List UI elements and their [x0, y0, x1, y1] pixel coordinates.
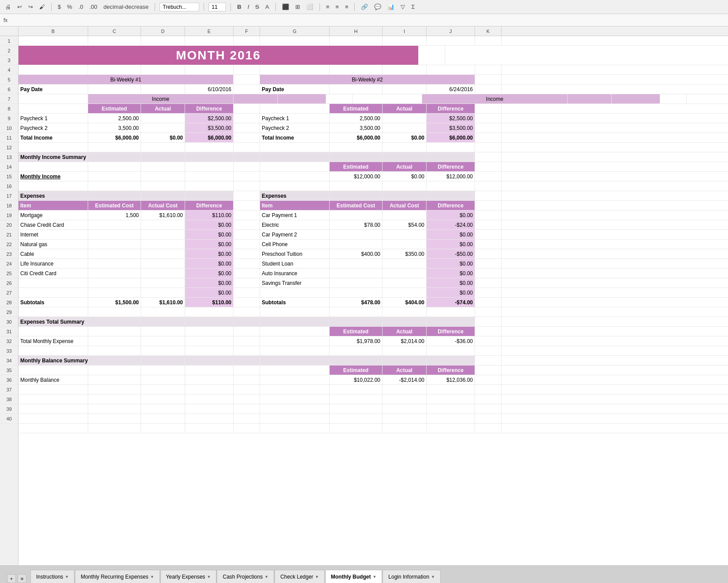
cell-e10-difference[interactable]: $6,000.00	[185, 133, 234, 142]
cell-j10-difference[interactable]: $6,000.00	[427, 133, 475, 142]
cell-j8-difference[interactable]: $2,500.00	[427, 114, 475, 123]
cell-j21-difference[interactable]: $0.00	[427, 240, 475, 249]
cell-e39[interactable]	[185, 414, 234, 423]
cell-k26[interactable]	[475, 288, 501, 297]
123-btn[interactable]: decimal-decrease	[102, 3, 151, 11]
bold-btn[interactable]: B	[235, 3, 243, 11]
cell-f24[interactable]	[234, 269, 260, 278]
cell-h10-estimated[interactable]: $6,000.00	[330, 133, 383, 142]
undo-btn[interactable]: ↩	[15, 3, 24, 11]
italic-btn[interactable]: I	[246, 3, 251, 11]
cell-c40[interactable]	[88, 424, 141, 433]
cell-k7[interactable]	[475, 104, 501, 113]
cell-d39[interactable]	[141, 414, 185, 423]
cell-b36[interactable]	[19, 385, 88, 394]
cell-g14[interactable]	[260, 172, 330, 181]
cell-k28[interactable]	[475, 307, 501, 317]
cell-g7[interactable]	[260, 104, 330, 113]
cell-j14-difference[interactable]: $12,000.00	[427, 172, 475, 181]
cell-j1[interactable]	[427, 36, 475, 45]
cell-h27-estimated[interactable]: $478.00	[330, 298, 383, 307]
cell-d8-actual[interactable]	[141, 114, 185, 123]
cell-g30[interactable]	[260, 327, 330, 336]
cell-k19[interactable]	[475, 220, 501, 229]
cell-k20[interactable]	[475, 230, 501, 239]
cell-f31[interactable]	[234, 336, 260, 346]
cell-f23[interactable]	[234, 259, 260, 268]
comment-btn[interactable]: 💬	[372, 3, 383, 11]
font-size-input[interactable]	[208, 3, 226, 11]
cell-h23-estimated[interactable]	[330, 259, 383, 268]
cell-b28[interactable]	[19, 307, 88, 317]
cell-g40[interactable]	[260, 424, 330, 433]
print-btn[interactable]: 🖨	[4, 3, 13, 11]
cell-e35[interactable]	[185, 375, 234, 384]
cell-k22[interactable]	[475, 249, 501, 258]
tab-monthly-budget[interactable]: Monthly Budget ▼	[325, 570, 383, 583]
cell-d13[interactable]	[141, 162, 185, 171]
cell-d18-actual[interactable]: $1,610.00	[141, 210, 185, 220]
cell-g15[interactable]	[260, 181, 330, 191]
cell-i40[interactable]	[383, 424, 427, 433]
cell-e24-difference[interactable]: $0.00	[185, 269, 234, 278]
cell-c18-estimated[interactable]: 1,500	[88, 210, 141, 220]
format-painter-btn[interactable]: 🖌	[37, 3, 47, 11]
borders-btn[interactable]: ⊞	[293, 3, 302, 11]
cell-f11[interactable]	[234, 143, 260, 152]
cell-k36[interactable]	[475, 385, 501, 394]
cell-d9-actual[interactable]	[141, 123, 185, 133]
cell-d34[interactable]	[141, 365, 185, 375]
align-left-btn[interactable]: ≡	[324, 3, 331, 11]
cell-i20-actual[interactable]	[383, 230, 427, 239]
cell-c37[interactable]	[88, 395, 141, 404]
cell-k35[interactable]	[475, 375, 501, 384]
cell-d19[interactable]	[141, 220, 185, 229]
cell-i35-actual[interactable]: -$2,014.00	[383, 375, 427, 384]
cell-h28[interactable]	[330, 307, 383, 317]
cell-f30[interactable]	[234, 327, 260, 336]
cell-d28[interactable]	[141, 307, 185, 317]
cell-c24[interactable]	[88, 269, 141, 278]
cell-c11[interactable]	[88, 143, 141, 152]
cell-d20[interactable]	[141, 230, 185, 239]
filter-btn[interactable]: ▽	[399, 3, 407, 11]
cell-k3[interactable]	[475, 65, 501, 74]
cell-g11[interactable]	[260, 143, 330, 152]
cell-k6[interactable]	[660, 94, 687, 103]
cell-g35[interactable]	[260, 375, 330, 384]
cell-i19-actual[interactable]: $54.00	[383, 220, 427, 229]
cell-d30[interactable]	[141, 327, 185, 336]
cell-g39[interactable]	[260, 414, 330, 423]
cell-e28[interactable]	[185, 307, 234, 317]
cell-f38[interactable]	[234, 404, 260, 413]
cell-k13[interactable]	[475, 162, 501, 171]
cell-k9[interactable]	[475, 123, 501, 133]
cell-k23[interactable]	[475, 259, 501, 268]
cell-b32[interactable]	[19, 346, 88, 355]
cell-b15[interactable]	[19, 181, 88, 191]
cell-h15[interactable]	[330, 181, 383, 191]
cell-f15[interactable]	[234, 181, 260, 191]
cell-j5-paydate[interactable]: 6/24/2016	[427, 85, 475, 94]
cell-k1[interactable]	[475, 36, 501, 45]
cell-d32[interactable]	[141, 346, 185, 355]
cell-c39[interactable]	[88, 414, 141, 423]
cell-i36[interactable]	[383, 385, 427, 394]
cell-k27[interactable]	[475, 298, 501, 307]
cell-i25-actual[interactable]	[383, 278, 427, 288]
cell-c35[interactable]	[88, 375, 141, 384]
cell-d25[interactable]	[141, 278, 185, 288]
cell-e37[interactable]	[185, 395, 234, 404]
cell-h31-estimated[interactable]: $1,978.00	[330, 336, 383, 346]
cell-g36[interactable]	[260, 385, 330, 394]
cell-i3[interactable]	[383, 65, 427, 74]
list-sheets-btn[interactable]: ≡	[18, 574, 26, 583]
cell-h37[interactable]	[330, 395, 383, 404]
col-header-k[interactable]: K	[475, 26, 501, 36]
cell-c5[interactable]	[88, 85, 141, 94]
font-color-btn[interactable]: A	[264, 3, 271, 11]
cell-k37[interactable]	[475, 395, 501, 404]
cell-j40[interactable]	[427, 424, 475, 433]
cell-k29[interactable]	[475, 317, 501, 326]
cell-f22[interactable]	[234, 249, 260, 258]
